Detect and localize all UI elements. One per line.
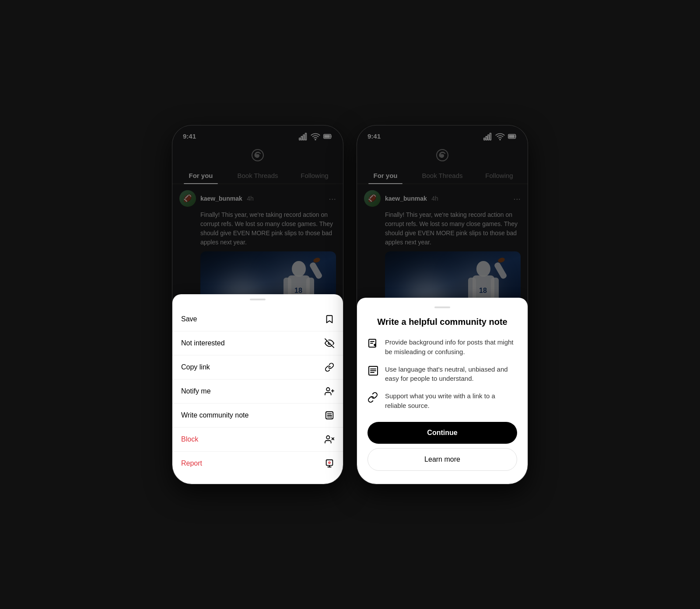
sheet-copy-link-label: Copy link (181, 363, 210, 371)
svg-point-17 (326, 387, 329, 390)
community-note-modal[interactable]: Write a helpful community note Provide b… (357, 298, 528, 484)
sheet-item-community-note[interactable]: Write community note (172, 404, 343, 428)
svg-rect-30 (488, 135, 489, 140)
svg-rect-28 (484, 138, 485, 140)
svg-rect-6 (324, 135, 330, 137)
learn-more-button[interactable]: Learn more (368, 448, 517, 471)
post-header-right: 🏈 kaew_bunmak 4h ··· (364, 190, 521, 207)
post-meta-right: kaew_bunmak 4h (385, 195, 509, 202)
sheet-handle-left (250, 299, 266, 300)
svg-point-21 (326, 435, 329, 438)
post-text-left: Finally! This year, we're taking record … (179, 210, 336, 247)
sheet-save-label: Save (181, 315, 197, 323)
threads-logo-right (435, 148, 449, 162)
tab-book-threads-right[interactable]: Book Threads (414, 167, 471, 184)
svg-point-7 (292, 261, 306, 277)
app-header-left: For you Book Threads Following (172, 145, 343, 184)
phone-left: 9:41 (172, 125, 343, 484)
svg-text:18: 18 (294, 287, 302, 294)
post-username-right: kaew_bunmak (385, 195, 427, 202)
sheet-item-copy-link[interactable]: Copy link (172, 355, 343, 379)
eye-off-icon (325, 338, 334, 348)
nav-tabs-right: For you Book Threads Following (357, 167, 528, 184)
flag-icon (325, 459, 334, 468)
tab-following-left[interactable]: Following (286, 167, 343, 184)
svg-point-4 (315, 139, 316, 140)
post-more-left[interactable]: ··· (329, 194, 336, 203)
sheet-item-block[interactable]: Block (172, 428, 343, 452)
avatar-left: 🏈 (179, 190, 196, 207)
sheet-item-save[interactable]: Save (172, 307, 343, 331)
post-time-right: 4h (431, 195, 438, 202)
modal-point-2: Use language that's neutral, unbiased an… (368, 365, 517, 384)
sheet-block-label: Block (181, 435, 198, 443)
post-header-left: 🏈 kaew_bunmak 4h ··· (179, 190, 336, 207)
svg-rect-39 (494, 261, 508, 280)
link-chain-icon (368, 392, 379, 406)
svg-rect-3 (305, 133, 307, 140)
battery-icon-right (508, 132, 517, 141)
signal-icon (298, 132, 308, 141)
bottom-sheet-left[interactable]: Save Not interested Copy link (172, 294, 343, 484)
scene: 9:41 (172, 125, 528, 484)
modal-point-text-1: Provide background info for posts that m… (385, 338, 517, 357)
edit-note-icon (368, 338, 379, 352)
nav-tabs-left: For you Book Threads Following (172, 167, 343, 184)
svg-rect-29 (486, 136, 487, 140)
person-plus-icon (325, 386, 334, 396)
sheet-item-report[interactable]: Report (172, 452, 343, 475)
status-bar-right: 9:41 (357, 125, 528, 145)
svg-rect-34 (509, 135, 514, 137)
modal-handle (434, 306, 450, 308)
status-icons-right (483, 132, 517, 141)
svg-rect-31 (490, 133, 491, 140)
svg-point-35 (476, 261, 490, 277)
note-icon (325, 411, 334, 420)
svg-point-40 (497, 257, 505, 263)
tab-book-threads-left[interactable]: Book Threads (229, 167, 286, 184)
post-time-left: 4h (247, 195, 254, 202)
post-more-right[interactable]: ··· (513, 194, 521, 203)
svg-point-32 (500, 139, 500, 140)
status-bar-left: 9:41 (172, 125, 343, 145)
post-meta-left: kaew_bunmak 4h (200, 195, 324, 202)
sheet-item-not-interested[interactable]: Not interested (172, 331, 343, 355)
svg-rect-24 (326, 459, 333, 465)
sheet-community-note-label: Write community note (181, 411, 248, 419)
svg-text:18: 18 (479, 287, 487, 294)
person-block-icon (325, 435, 334, 444)
modal-point-3: Support what you write with a link to a … (368, 391, 517, 411)
list-icon (368, 365, 379, 379)
modal-title: Write a helpful community note (368, 317, 517, 327)
post-text-right: Finally! This year, we're taking record … (364, 210, 521, 247)
signal-icon-right (483, 132, 493, 141)
app-header-right: For you Book Threads Following (357, 145, 528, 184)
avatar-right: 🏈 (364, 190, 381, 207)
post-username-left: kaew_bunmak (200, 195, 242, 202)
svg-rect-2 (303, 135, 304, 140)
sheet-not-interested-label: Not interested (181, 339, 225, 347)
modal-point-text-3: Support what you write with a link to a … (385, 391, 517, 411)
bookmark-icon (325, 314, 334, 324)
phone-right: 9:41 (357, 125, 528, 484)
continue-button[interactable]: Continue (368, 422, 517, 444)
svg-rect-0 (299, 138, 301, 140)
tab-for-you-right[interactable]: For you (357, 167, 414, 184)
sheet-item-notify[interactable]: Notify me (172, 379, 343, 404)
svg-point-12 (313, 257, 321, 263)
svg-rect-1 (301, 136, 302, 140)
modal-point-1: Provide background info for posts that m… (368, 338, 517, 357)
svg-point-27 (329, 462, 330, 463)
sheet-report-label: Report (181, 459, 202, 467)
time-right: 9:41 (368, 132, 381, 140)
wifi-icon-right (495, 132, 505, 141)
threads-logo-left (251, 148, 265, 162)
tab-following-right[interactable]: Following (471, 167, 528, 184)
modal-point-text-2: Use language that's neutral, unbiased an… (385, 365, 517, 384)
tab-for-you-left[interactable]: For you (172, 167, 229, 184)
svg-rect-11 (309, 261, 323, 280)
wifi-icon (311, 132, 320, 141)
status-icons-left (298, 132, 332, 141)
time-left: 9:41 (183, 132, 196, 140)
link-icon (325, 362, 334, 372)
